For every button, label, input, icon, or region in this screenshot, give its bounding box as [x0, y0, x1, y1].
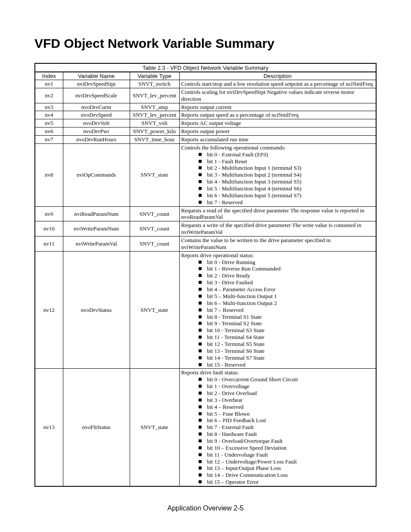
- bit-list: bit 0 - External Fault (EF0)bit 1 - Faul…: [181, 151, 374, 206]
- cell-description: Reports AC output voltage: [179, 119, 376, 128]
- bit-item: bit 4 – Reserved: [199, 404, 374, 411]
- bit-item: bit 15 - Reserved: [199, 361, 374, 368]
- bit-item: bit 9 - Terminal S2 State: [199, 320, 374, 327]
- cell-index: nv2: [35, 88, 63, 103]
- cell-variable-name: nviWriteParamVal: [63, 236, 130, 252]
- cell-description: Reports output speed as a percentage of …: [179, 111, 376, 119]
- bit-list: bit 0 - Drive Runningbit 1 - Reverse Run…: [181, 259, 374, 368]
- table-row: nv8nviOpCommandsSNVT_stateControls the f…: [35, 143, 376, 206]
- table-row: nv1nviDrvSpeedStptSNVT_switchControls st…: [35, 80, 376, 88]
- bit-item: bit 7 - Reserved: [199, 199, 374, 206]
- bit-item: bit 3 - Multifunction Input 2 (terminal …: [199, 171, 374, 178]
- cell-variable-name: nvoDrvVolt: [63, 119, 130, 128]
- cell-index: nv10: [35, 221, 63, 236]
- cell-variable-type: SNVT_state: [130, 251, 179, 369]
- cell-variable-type: SNVT_switch: [130, 80, 179, 88]
- bit-item: bit 7 - External Fault: [199, 424, 374, 431]
- bit-item: bit 8 - Terminal S1 State: [199, 314, 374, 320]
- table-row: nv5nvoDrvVoltSNVT_voltReports AC output …: [35, 119, 376, 128]
- cell-variable-name: nviDrvSpeedScale: [63, 88, 130, 103]
- cell-variable-type: SNVT_lev_percent: [130, 111, 179, 119]
- cell-variable-name: nvoFltStatus: [63, 369, 130, 486]
- cell-variable-type: SNVT_state: [130, 143, 179, 206]
- bit-item: bit 5 – Fuse Blown: [199, 411, 374, 417]
- bit-item: bit 10 – Excessive Speed Deviation: [199, 445, 374, 451]
- desc-intro: Reports drive fault status:: [181, 369, 374, 376]
- bit-list: bit 0 - Overcurrent Ground Short Circuit…: [181, 376, 374, 485]
- cell-variable-name: nviWriteParamNum: [63, 221, 130, 236]
- bit-item: bit 0 - Drive Running: [199, 259, 374, 266]
- cell-description: Requests a write of the specified drive …: [179, 221, 376, 236]
- cell-index: nv12: [35, 251, 63, 369]
- table-row: nv2nviDrvSpeedScaleSNVT_lev_percentContr…: [35, 88, 376, 103]
- bit-item: bit 6 – PID Feedback Lost: [199, 417, 374, 424]
- bit-item: bit 0 - Overcurrent Ground Short Circuit: [199, 376, 374, 383]
- cell-description: Contains the value to be written to the …: [179, 236, 376, 252]
- cell-variable-type: SNVT_volt: [130, 119, 179, 128]
- bit-item: bit 1 - Reverse Run Commanded: [199, 265, 374, 272]
- bit-item: bit 5 - Multifunction Input 4 (terminal …: [199, 185, 374, 192]
- cell-index: nv5: [35, 119, 63, 128]
- cell-variable-name: nvoDrvSpeed: [63, 111, 130, 119]
- table-header-row: Index Variable Name Variable Type Descri…: [35, 72, 376, 80]
- cell-description: Reports accumulated run time: [179, 136, 376, 144]
- cell-description: Requests a read of the specified drive p…: [179, 206, 376, 221]
- variable-summary-table: Table 2.3 - VFD Object Network Variable …: [34, 63, 377, 487]
- bit-item: bit 6 - Multifunction Input 5 (terminal …: [199, 192, 374, 199]
- table-row: nv9nviReadParamNumSNVT_countRequests a r…: [35, 206, 376, 221]
- table-caption: Table 2.3 - VFD Object Network Variable …: [34, 63, 377, 72]
- table-row: nv4nvoDrvSpeedSNVT_lev_percentReports ou…: [35, 111, 376, 119]
- cell-variable-type: SNVT_amp: [130, 103, 179, 111]
- bit-item: bit 14 - Terminal S7 State: [199, 355, 374, 361]
- bit-item: bit 12 – Undervoltage/Power Loss Fault: [199, 458, 374, 465]
- bit-item: bit 4 - Multifunction Input 3 (terminal …: [199, 178, 374, 185]
- bit-item: bit 8 - Hardware Fault: [199, 431, 374, 438]
- bit-item: bit 11 - Terminal S4 State: [199, 334, 374, 341]
- bit-item: bit 15 – Operator Error: [199, 479, 374, 485]
- bit-item: bit 3 - Drive Faulted: [199, 279, 374, 286]
- cell-index: nv11: [35, 236, 63, 252]
- cell-variable-name: nviOpCommands: [63, 143, 130, 206]
- cell-index: nv8: [35, 143, 63, 206]
- col-desc: Description: [179, 72, 376, 80]
- cell-description: Reports output current: [179, 103, 376, 111]
- bit-item: bit 1 - Fault Reset: [199, 158, 374, 165]
- bit-item: bit 10 - Terminal S3 State: [199, 327, 374, 334]
- cell-description: Reports drive operational status:bit 0 -…: [179, 251, 376, 369]
- bit-item: bit 11 - Undervoltage Fault: [199, 451, 374, 458]
- cell-variable-name: nviDrvSpeedStpt: [63, 80, 130, 88]
- cell-variable-type: SNVT_count: [130, 236, 179, 252]
- cell-variable-type: SNVT_count: [130, 206, 179, 221]
- cell-variable-type: SNVT_lev_percent: [130, 88, 179, 103]
- cell-index: nv6: [35, 128, 63, 136]
- cell-variable-type: SNVT_power_kilo: [130, 128, 179, 136]
- page-title: VFD Object Network Variable Summary: [34, 36, 377, 51]
- cell-index: nv13: [35, 369, 63, 486]
- bit-item: bit 0 - External Fault (EF0): [199, 151, 374, 158]
- cell-variable-name: nvoDrvRunHours: [63, 136, 130, 144]
- bit-item: bit 4 – Parameter Access Error: [199, 286, 374, 293]
- bit-item: bit 7 – Reserved: [199, 307, 374, 314]
- bit-item: bit 3 - Overheat: [199, 397, 374, 404]
- table-row: nv7nvoDrvRunHoursSNVT_time_hourReports a…: [35, 136, 376, 144]
- bit-item: bit 1 - Overvoltage: [199, 383, 374, 390]
- bit-item: bit 12 - Terminal S5 State: [199, 341, 374, 348]
- col-type: Variable Type: [130, 72, 179, 80]
- cell-variable-type: SNVT_state: [130, 369, 179, 486]
- cell-description: Reports drive fault status:bit 0 - Overc…: [179, 369, 376, 486]
- bit-item: bit 13 - Terminal S6 State: [199, 348, 374, 355]
- desc-intro: Reports drive operational status:: [181, 252, 374, 259]
- table-row: nv11nviWriteParamValSNVT_countContains t…: [35, 236, 376, 252]
- cell-description: Reports output power: [179, 128, 376, 136]
- cell-description: Controls the following operational comma…: [179, 143, 376, 206]
- bit-item: bit 13 – Input/Output Phase Loss: [199, 465, 374, 472]
- bit-item: bit 2 - Drive Overload: [199, 390, 374, 397]
- cell-index: nv3: [35, 103, 63, 111]
- cell-variable-name: nvoDrvPwr: [63, 128, 130, 136]
- table-row: nv12nvoDrvStatusSNVT_stateReports drive …: [35, 251, 376, 369]
- table-row: nv6nvoDrvPwrSNVT_power_kiloReports outpu…: [35, 128, 376, 136]
- cell-variable-type: SNVT_time_hour: [130, 136, 179, 144]
- cell-index: nv7: [35, 136, 63, 144]
- page-footer: Application Overview 2-5: [0, 504, 411, 512]
- cell-index: nv9: [35, 206, 63, 221]
